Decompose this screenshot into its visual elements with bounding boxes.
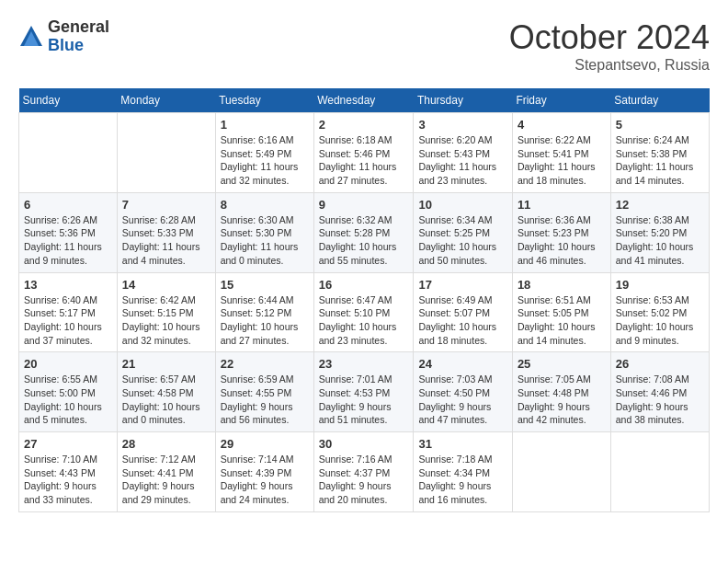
calendar-cell: 29Sunrise: 7:14 AMSunset: 4:39 PMDayligh…: [215, 432, 313, 512]
day-number: 11: [518, 198, 606, 212]
header-wednesday: Wednesday: [313, 88, 414, 113]
day-number: 24: [418, 357, 506, 371]
day-info: Sunrise: 7:12 AMSunset: 4:41 PMDaylight:…: [122, 453, 210, 507]
calendar-cell: 18Sunrise: 6:51 AMSunset: 5:05 PMDayligh…: [512, 272, 610, 352]
calendar-cell: 8Sunrise: 6:30 AMSunset: 5:30 PMDaylight…: [215, 192, 313, 272]
day-info: Sunrise: 6:20 AMSunset: 5:43 PMDaylight:…: [418, 133, 506, 188]
day-number: 21: [122, 357, 210, 371]
day-number: 28: [122, 437, 210, 451]
day-info: Sunrise: 6:28 AMSunset: 5:33 PMDaylight:…: [122, 213, 210, 268]
day-info: Sunrise: 6:18 AMSunset: 5:46 PMDaylight:…: [319, 133, 409, 188]
day-number: 15: [221, 278, 309, 292]
day-info: Sunrise: 6:59 AMSunset: 4:55 PMDaylight:…: [221, 373, 309, 427]
calendar-cell: 25Sunrise: 7:05 AMSunset: 4:48 PMDayligh…: [512, 352, 610, 432]
calendar-cell: 4Sunrise: 6:22 AMSunset: 5:41 PMDaylight…: [512, 113, 610, 193]
calendar-cell: 2Sunrise: 6:18 AMSunset: 5:46 PMDaylight…: [313, 113, 414, 193]
calendar-cell: 23Sunrise: 7:01 AMSunset: 4:53 PMDayligh…: [313, 352, 414, 432]
header-tuesday: Tuesday: [215, 88, 313, 113]
day-number: 13: [24, 278, 112, 292]
day-info: Sunrise: 6:44 AMSunset: 5:12 PMDaylight:…: [221, 293, 309, 348]
location-title: Stepantsevo, Russia: [509, 57, 710, 74]
calendar-header-row: Sunday Monday Tuesday Wednesday Thursday…: [19, 88, 710, 113]
calendar-cell: 11Sunrise: 6:36 AMSunset: 5:23 PMDayligh…: [512, 192, 610, 272]
calendar-week-row: 1Sunrise: 6:16 AMSunset: 5:49 PMDaylight…: [19, 113, 710, 193]
day-info: Sunrise: 7:05 AMSunset: 4:48 PMDaylight:…: [518, 373, 606, 427]
day-info: Sunrise: 6:26 AMSunset: 5:36 PMDaylight:…: [24, 213, 112, 268]
calendar-cell: 7Sunrise: 6:28 AMSunset: 5:33 PMDaylight…: [117, 192, 215, 272]
day-info: Sunrise: 6:38 AMSunset: 5:20 PMDaylight:…: [616, 213, 704, 268]
day-number: 30: [319, 437, 409, 451]
calendar-cell: 26Sunrise: 7:08 AMSunset: 4:46 PMDayligh…: [610, 352, 709, 432]
day-number: 25: [518, 357, 606, 371]
logo-blue: Blue: [48, 37, 109, 55]
header-friday: Friday: [512, 88, 610, 113]
day-info: Sunrise: 6:34 AMSunset: 5:25 PMDaylight:…: [418, 213, 506, 268]
calendar-week-row: 13Sunrise: 6:40 AMSunset: 5:17 PMDayligh…: [19, 272, 710, 352]
calendar-cell: 21Sunrise: 6:57 AMSunset: 4:58 PMDayligh…: [117, 352, 215, 432]
calendar-week-row: 27Sunrise: 7:10 AMSunset: 4:43 PMDayligh…: [19, 432, 710, 512]
calendar-cell: 3Sunrise: 6:20 AMSunset: 5:43 PMDaylight…: [414, 113, 512, 193]
calendar-cell: 14Sunrise: 6:42 AMSunset: 5:15 PMDayligh…: [117, 272, 215, 352]
day-number: 9: [319, 198, 409, 212]
day-number: 16: [319, 278, 409, 292]
day-info: Sunrise: 7:10 AMSunset: 4:43 PMDaylight:…: [24, 453, 112, 507]
day-number: 18: [518, 278, 606, 292]
calendar-cell: 24Sunrise: 7:03 AMSunset: 4:50 PMDayligh…: [414, 352, 512, 432]
calendar-cell: 1Sunrise: 6:16 AMSunset: 5:49 PMDaylight…: [215, 113, 313, 193]
calendar-cell: 13Sunrise: 6:40 AMSunset: 5:17 PMDayligh…: [19, 272, 118, 352]
day-number: 19: [616, 278, 704, 292]
day-info: Sunrise: 6:57 AMSunset: 4:58 PMDaylight:…: [122, 373, 210, 427]
calendar-cell: 31Sunrise: 7:18 AMSunset: 4:34 PMDayligh…: [414, 432, 512, 512]
day-info: Sunrise: 6:36 AMSunset: 5:23 PMDaylight:…: [518, 213, 606, 268]
logo: General Blue: [18, 18, 109, 55]
header-sunday: Sunday: [19, 88, 118, 113]
day-info: Sunrise: 6:49 AMSunset: 5:07 PMDaylight:…: [418, 293, 506, 348]
day-info: Sunrise: 7:16 AMSunset: 4:37 PMDaylight:…: [319, 453, 409, 507]
day-number: 6: [24, 198, 112, 212]
day-number: 3: [418, 118, 506, 132]
calendar-cell: 12Sunrise: 6:38 AMSunset: 5:20 PMDayligh…: [610, 192, 709, 272]
day-info: Sunrise: 6:51 AMSunset: 5:05 PMDaylight:…: [518, 293, 606, 348]
calendar-week-row: 6Sunrise: 6:26 AMSunset: 5:36 PMDaylight…: [19, 192, 710, 272]
calendar-cell: 5Sunrise: 6:24 AMSunset: 5:38 PMDaylight…: [610, 113, 709, 193]
page-header: General Blue October 2024 Stepantsevo, R…: [18, 18, 710, 74]
calendar-week-row: 20Sunrise: 6:55 AMSunset: 5:00 PMDayligh…: [19, 352, 710, 432]
calendar-cell: 6Sunrise: 6:26 AMSunset: 5:36 PMDaylight…: [19, 192, 118, 272]
day-number: 22: [221, 357, 309, 371]
day-number: 26: [616, 357, 704, 371]
calendar-cell: [117, 113, 215, 193]
day-number: 4: [518, 118, 606, 132]
day-number: 23: [319, 357, 409, 371]
day-info: Sunrise: 6:16 AMSunset: 5:49 PMDaylight:…: [221, 133, 309, 188]
calendar-table: Sunday Monday Tuesday Wednesday Thursday…: [18, 88, 710, 512]
logo-general: General: [48, 18, 109, 37]
day-number: 2: [319, 118, 409, 132]
header-monday: Monday: [117, 88, 215, 113]
day-number: 10: [418, 198, 506, 212]
logo-text: General Blue: [48, 18, 109, 55]
calendar-cell: 10Sunrise: 6:34 AMSunset: 5:25 PMDayligh…: [414, 192, 512, 272]
day-number: 12: [616, 198, 704, 212]
day-number: 14: [122, 278, 210, 292]
day-info: Sunrise: 6:22 AMSunset: 5:41 PMDaylight:…: [518, 133, 606, 188]
day-number: 27: [24, 437, 112, 451]
day-number: 5: [616, 118, 704, 132]
day-number: 7: [122, 198, 210, 212]
day-info: Sunrise: 6:24 AMSunset: 5:38 PMDaylight:…: [616, 133, 704, 188]
logo-icon: [18, 24, 44, 50]
day-info: Sunrise: 6:42 AMSunset: 5:15 PMDaylight:…: [122, 293, 210, 348]
day-number: 17: [418, 278, 506, 292]
day-info: Sunrise: 6:30 AMSunset: 5:30 PMDaylight:…: [221, 213, 309, 268]
calendar-cell: [610, 432, 709, 512]
day-number: 1: [221, 118, 309, 132]
calendar-cell: 28Sunrise: 7:12 AMSunset: 4:41 PMDayligh…: [117, 432, 215, 512]
calendar-cell: 22Sunrise: 6:59 AMSunset: 4:55 PMDayligh…: [215, 352, 313, 432]
calendar-cell: 9Sunrise: 6:32 AMSunset: 5:28 PMDaylight…: [313, 192, 414, 272]
calendar-cell: [19, 113, 118, 193]
day-info: Sunrise: 6:47 AMSunset: 5:10 PMDaylight:…: [319, 293, 409, 348]
day-info: Sunrise: 6:55 AMSunset: 5:00 PMDaylight:…: [24, 373, 112, 427]
day-info: Sunrise: 7:03 AMSunset: 4:50 PMDaylight:…: [418, 373, 506, 427]
calendar-cell: 16Sunrise: 6:47 AMSunset: 5:10 PMDayligh…: [313, 272, 414, 352]
day-number: 8: [221, 198, 309, 212]
month-title: October 2024: [509, 18, 710, 57]
